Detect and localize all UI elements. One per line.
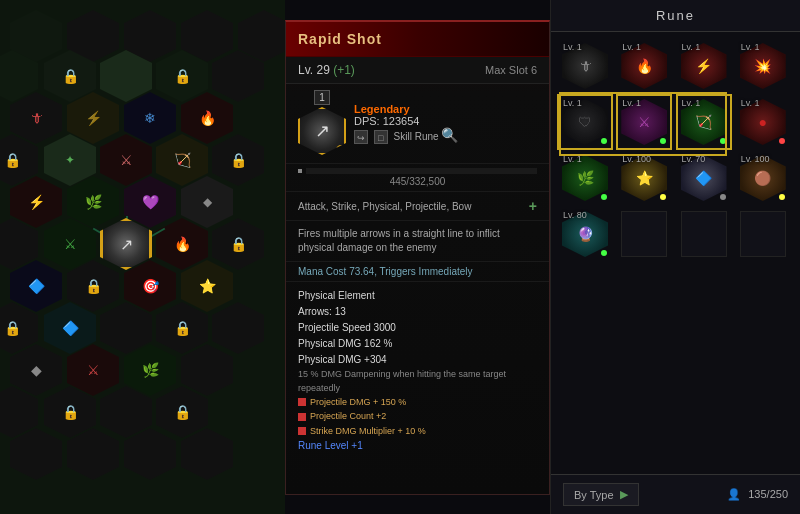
add-tag-button[interactable]: + bbox=[529, 198, 537, 214]
rune-cell-selected-1[interactable]: ⚔ Lv. 1 bbox=[618, 96, 670, 148]
max-slot: Max Slot 6 bbox=[485, 64, 537, 76]
xp-text: 445/332,500 bbox=[298, 176, 537, 187]
rune-cell-12[interactable]: 🔮 Lv. 80 bbox=[559, 208, 611, 260]
detail-bonus-1: Projectile DMG + 150 % bbox=[298, 395, 537, 409]
skill-dps: DPS: 123654 bbox=[354, 115, 537, 127]
detail-bonus-2: Projectile Count +2 bbox=[298, 409, 537, 423]
rune-cell-8[interactable]: 🌿 Lv. 1 bbox=[559, 152, 611, 204]
rune-cell-14 bbox=[678, 208, 730, 260]
skill-tree-panel: 🔒 🔒 🗡 ⚡ ❄ 🔥 🔒 ✦ ⚔ 🏹 🔒 ⚡ 🌿 💜 ◆ ⚔ bbox=[0, 0, 285, 514]
skill-tags: Attack, Strike, Physical, Projectile, Bo… bbox=[286, 192, 549, 221]
rune-cell-9[interactable]: ⭐ Lv. 100 bbox=[618, 152, 670, 204]
rune-cell-selected-2[interactable]: 🏹 Lv. 1 bbox=[678, 96, 730, 148]
rune-cell-2[interactable]: ⚡ Lv. 1 bbox=[678, 40, 730, 92]
detail-dmg-flat: Physical DMG +304 bbox=[298, 352, 537, 368]
skill-info-panel: Rapid Shot Lv. 29 (+1) Max Slot 6 1 ↗ ★ … bbox=[285, 20, 550, 495]
rune-footer: By Type ▶ 👤 135/250 bbox=[551, 474, 800, 514]
skill-count-badge: 1 bbox=[314, 92, 330, 103]
rune-cell-10[interactable]: 🔷 Lv. 70 bbox=[678, 152, 730, 204]
skill-level-bar: Lv. 29 (+1) Max Slot 6 bbox=[286, 57, 549, 84]
rune-cell-11[interactable]: 🟤 Lv. 100 bbox=[737, 152, 789, 204]
detail-speed: Projectile Speed 3000 bbox=[298, 320, 537, 336]
rune-cell-3[interactable]: 💥 Lv. 1 bbox=[737, 40, 789, 92]
inventory-count: 👤 135/250 bbox=[727, 488, 788, 501]
skill-main-info: 1 ↗ ★ Legendary DPS: 123654 ↪ □ Skill Ru… bbox=[286, 84, 549, 164]
person-icon: 👤 bbox=[727, 488, 741, 500]
skill-rune-label: ↪ □ Skill Rune 🔍 bbox=[354, 127, 537, 144]
skill-level: Lv. 29 (+1) bbox=[298, 63, 355, 77]
rune-level-badge: Rune Level +1 bbox=[298, 438, 537, 454]
skill-icon[interactable]: ↗ ★ bbox=[298, 107, 346, 155]
search-rune-button[interactable]: 🔍 bbox=[441, 127, 458, 143]
skill-mana-info: Mana Cost 73.64, Triggers Immediately bbox=[286, 262, 549, 282]
skill-name: Rapid Shot bbox=[298, 31, 382, 47]
detail-bonus-3: Strike DMG Multiplier + 10 % bbox=[298, 424, 537, 438]
detail-element: Physical Element bbox=[298, 288, 537, 304]
rune-cell-1[interactable]: 🔥 Lv. 1 bbox=[618, 40, 670, 92]
rune-cell-15 bbox=[737, 208, 789, 260]
rune-panel: Rune 🗡 Lv. 1 🔥 Lv. 1 ⚡ Lv. 1 bbox=[550, 0, 800, 514]
rune-cell-4[interactable]: ● Lv. 1 bbox=[737, 96, 789, 148]
rune-cell-selected-0[interactable]: 🛡 Lv. 1 bbox=[559, 96, 611, 148]
skill-details: Physical Element Arrows: 13 Projectile S… bbox=[286, 282, 549, 460]
skill-grade: Legendary bbox=[354, 103, 537, 115]
skill-description: Fires multiple arrows in a straight line… bbox=[286, 221, 549, 262]
rune-cell-0[interactable]: 🗡 Lv. 1 bbox=[559, 40, 611, 92]
skill-stats: Legendary DPS: 123654 ↪ □ Skill Rune 🔍 bbox=[354, 103, 537, 144]
rune-grid: 🗡 Lv. 1 🔥 Lv. 1 ⚡ Lv. 1 💥 Lv. bbox=[551, 32, 800, 268]
skill-title-bar: Rapid Shot bbox=[286, 22, 549, 57]
detail-arrows: Arrows: 13 bbox=[298, 304, 537, 320]
detail-dmg-pct: Physical DMG 162 % bbox=[298, 336, 537, 352]
xp-bar: 445/332,500 bbox=[286, 164, 549, 192]
filter-arrow-icon: ▶ bbox=[620, 488, 628, 501]
rune-cell-13 bbox=[618, 208, 670, 260]
rune-panel-header: Rune bbox=[551, 0, 800, 32]
filter-button[interactable]: By Type ▶ bbox=[563, 483, 639, 506]
detail-dampening: 15 % DMG Dampening when hitting the same… bbox=[298, 368, 537, 395]
